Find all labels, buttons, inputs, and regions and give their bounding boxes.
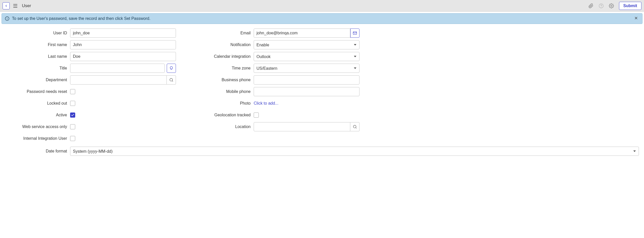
email-label: Email bbox=[186, 31, 254, 35]
svg-line-11 bbox=[356, 128, 356, 128]
active-checkbox[interactable] bbox=[70, 113, 75, 118]
notification-label: Notification bbox=[186, 43, 254, 47]
business-phone-input[interactable] bbox=[254, 75, 359, 85]
time-zone-label: Time zone bbox=[186, 66, 254, 71]
photo-add-link[interactable]: Click to add... bbox=[254, 101, 278, 106]
business-phone-label: Business phone bbox=[186, 78, 254, 82]
paperclip-icon bbox=[588, 3, 594, 8]
attachment-button[interactable] bbox=[588, 3, 594, 9]
internal-integration-user-checkbox[interactable] bbox=[70, 136, 75, 141]
settings-button[interactable] bbox=[608, 3, 614, 9]
banner-close-button[interactable] bbox=[633, 16, 639, 21]
lightbulb-icon bbox=[169, 66, 173, 70]
time-zone-select[interactable]: US/Eastern bbox=[254, 64, 359, 73]
search-icon bbox=[169, 78, 173, 82]
calendar-integration-label: Calendar integration bbox=[186, 54, 254, 59]
help-button[interactable] bbox=[598, 3, 604, 9]
info-banner: To set up the User's password, save the … bbox=[2, 13, 642, 24]
help-icon bbox=[599, 3, 604, 8]
location-input[interactable] bbox=[254, 122, 350, 131]
menu-button[interactable] bbox=[13, 3, 18, 8]
geolocation-tracked-label: Geolocation tracked bbox=[186, 113, 254, 117]
title-suggest-button[interactable] bbox=[167, 64, 176, 73]
active-label: Active bbox=[3, 113, 70, 117]
svg-point-2 bbox=[611, 5, 612, 6]
mail-icon bbox=[353, 31, 357, 35]
locked-out-label: Locked out bbox=[3, 101, 70, 106]
title-label: Title bbox=[3, 66, 70, 71]
department-label: Department bbox=[3, 78, 70, 82]
submit-button[interactable]: Submit bbox=[619, 2, 641, 10]
header-bar: User Submit bbox=[0, 0, 644, 12]
last-name-label: Last name bbox=[3, 54, 70, 59]
first-name-label: First name bbox=[3, 43, 70, 47]
locked-out-checkbox[interactable] bbox=[70, 101, 75, 106]
location-lookup-button[interactable] bbox=[350, 122, 359, 131]
last-name-input[interactable] bbox=[70, 52, 176, 61]
right-column: Email Notification Enable Calendar integ… bbox=[186, 27, 359, 145]
password-needs-reset-checkbox[interactable] bbox=[70, 89, 75, 94]
user-id-label: User ID bbox=[3, 31, 70, 35]
calendar-integration-select[interactable]: Outlook bbox=[254, 52, 359, 61]
web-service-access-only-checkbox[interactable] bbox=[70, 124, 75, 129]
web-service-access-only-label: Web service access only bbox=[3, 124, 70, 129]
geolocation-tracked-checkbox[interactable] bbox=[254, 113, 259, 118]
photo-label: Photo bbox=[186, 101, 254, 106]
page-title: User bbox=[22, 3, 31, 8]
location-label: Location bbox=[186, 124, 254, 129]
back-button[interactable] bbox=[3, 2, 10, 9]
email-action-button[interactable] bbox=[350, 29, 359, 38]
email-input[interactable] bbox=[254, 29, 350, 38]
date-format-select[interactable]: System (yyyy-MM-dd) bbox=[70, 147, 639, 156]
department-lookup-button[interactable] bbox=[167, 75, 176, 85]
info-icon bbox=[5, 16, 9, 21]
left-column: User ID First name Last name Title bbox=[3, 27, 176, 145]
first-name-input[interactable] bbox=[70, 40, 176, 49]
close-icon bbox=[634, 16, 638, 20]
user-id-input[interactable] bbox=[70, 29, 176, 38]
internal-integration-user-label: Internal Integration User bbox=[3, 136, 70, 141]
search-icon bbox=[353, 125, 357, 129]
department-input[interactable] bbox=[70, 75, 167, 85]
svg-line-9 bbox=[172, 81, 173, 81]
title-input[interactable] bbox=[70, 64, 165, 73]
date-format-label: Date format bbox=[3, 149, 70, 153]
mobile-phone-label: Mobile phone bbox=[186, 89, 254, 94]
notification-select[interactable]: Enable bbox=[254, 40, 359, 49]
banner-message: To set up the User's password, save the … bbox=[12, 16, 150, 21]
password-needs-reset-label: Password needs reset bbox=[3, 89, 70, 94]
gear-icon bbox=[609, 3, 614, 8]
chevron-left-icon bbox=[5, 4, 8, 7]
mobile-phone-input[interactable] bbox=[254, 87, 359, 96]
